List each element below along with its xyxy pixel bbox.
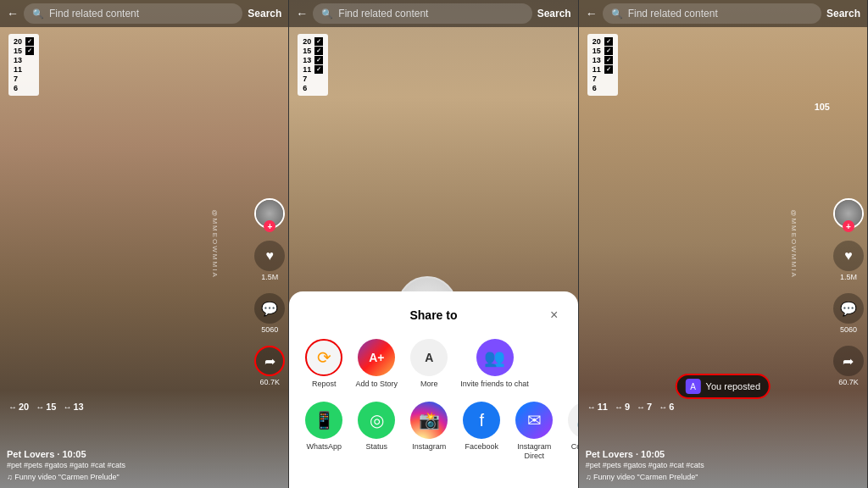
- back-arrow-2[interactable]: ←: [296, 7, 308, 20]
- whatsapp-button[interactable]: 📱 WhatsApp: [303, 402, 345, 461]
- checklist-item: 6: [593, 84, 613, 92]
- like-button-3[interactable]: ♥ 1.5M: [833, 241, 864, 281]
- username-watermark-3: @MMEOWMMIA: [790, 209, 798, 278]
- measure-item: ↔ 7: [637, 402, 652, 412]
- modal-title: Share to: [323, 308, 543, 322]
- music-info-3: ♫ Funny video "Carmen Prelude": [586, 473, 825, 481]
- reposted-badge: A You reposted: [676, 374, 771, 399]
- like-count-1: 1.5M: [261, 273, 278, 281]
- share-row-1: ⟳ Repost A+ Add to Story A More 👥 Invite…: [303, 339, 564, 389]
- checklist-item: 13 ✓: [303, 56, 323, 64]
- panel-1: ← 🔍 Find related content Search 20 ✓ 15 …: [0, 0, 289, 488]
- messenger-icon: ✉: [515, 402, 553, 439]
- checklist-item: 6: [14, 84, 34, 92]
- like-button-1[interactable]: ♥ 1.5M: [254, 241, 285, 281]
- facebook-label: Facebook: [465, 442, 499, 452]
- checklist-item: 7: [593, 75, 613, 83]
- checklist-item: 13: [14, 56, 34, 64]
- more-icon: A: [410, 339, 448, 376]
- search-input-area-3[interactable]: 🔍 Find related content: [603, 3, 821, 24]
- heart-icon-3: ♥: [833, 241, 864, 271]
- search-icon-2: 🔍: [321, 8, 333, 19]
- search-bar-3: ← 🔍 Find related content Search: [579, 0, 867, 27]
- facebook-button[interactable]: f Facebook: [460, 402, 503, 461]
- heart-icon: ♥: [254, 241, 285, 271]
- more-button[interactable]: A More: [408, 339, 450, 389]
- avatar-3[interactable]: +: [833, 198, 864, 229]
- search-input-area-1[interactable]: 🔍 Find related content: [24, 3, 242, 24]
- share-modal: Share to × ⟳ Repost A+ Add to Story A Mo…: [289, 291, 577, 488]
- checklist-item: 7: [303, 75, 323, 83]
- whatsapp-label: WhatsApp: [307, 442, 342, 452]
- invite-icon: 👥: [476, 339, 514, 376]
- number-overlay-105: 105: [815, 102, 830, 112]
- share-row-2: 📱 WhatsApp ◎ Status 📸 Instagram f Facebo…: [303, 402, 564, 461]
- hashtags-1: #pet #pets #gatos #gato #cat #cats: [7, 461, 246, 471]
- user-label-3: Pet Lovers · 10:05: [586, 449, 825, 459]
- back-arrow-1[interactable]: ←: [7, 7, 19, 20]
- search-input-area-2[interactable]: 🔍 Find related content: [313, 3, 531, 24]
- repost-button[interactable]: ⟳ Repost: [303, 339, 345, 389]
- measure-item: ↔ 13: [64, 402, 84, 412]
- whatsapp-icon: 📱: [305, 402, 342, 439]
- search-icon-3: 🔍: [611, 8, 623, 19]
- instagram-button[interactable]: 📸 Instagram: [408, 402, 450, 461]
- share-button-3[interactable]: ➦ 60.7K: [833, 346, 864, 386]
- music-info-1: ♫ Funny video "Carmen Prelude": [7, 473, 246, 481]
- checklist-item: 15 ✓: [593, 47, 613, 55]
- checklist-item: 13 ✓: [593, 56, 613, 64]
- add-to-story-label: Add to Story: [356, 380, 398, 389]
- comment-button-3[interactable]: 💬 5060: [833, 293, 864, 334]
- comment-button-1[interactable]: 💬 5060: [254, 293, 285, 334]
- search-button-3[interactable]: Search: [826, 8, 860, 19]
- search-button-2[interactable]: Search: [537, 8, 571, 19]
- instagram-direct-button[interactable]: ✉ Instagram Direct: [513, 402, 555, 461]
- follow-badge-1: +: [264, 220, 275, 232]
- comment-count-1: 5060: [261, 325, 278, 334]
- like-count-3: 1.5M: [840, 273, 857, 281]
- comment-icon-3: 💬: [833, 293, 864, 324]
- checkbox: ✓: [25, 37, 34, 46]
- measure-item: ↔ 20: [8, 402, 29, 412]
- video-background-3: [579, 0, 867, 488]
- status-icon: ◎: [358, 402, 395, 439]
- invite-friends-button[interactable]: 👥 Invite friends to chat: [460, 339, 529, 389]
- checkbox: ✓: [25, 47, 34, 55]
- more-label: More: [420, 380, 438, 389]
- comment-count-3: 5060: [840, 325, 857, 334]
- repost-icon: ⟳: [305, 339, 342, 376]
- repost-label: Repost: [312, 380, 337, 389]
- share-count-1: 60.7K: [260, 378, 281, 386]
- hashtags-3: #pet #pets #gatos #gato #cat #cats: [586, 461, 825, 471]
- checklist-item: 15 ✓: [14, 47, 34, 55]
- follow-badge-3: +: [843, 220, 854, 232]
- checklist-3: 20 ✓ 15 ✓ 13 ✓ 11 ✓ 7 6: [587, 34, 618, 96]
- share-icon-1: ➦: [254, 346, 285, 376]
- add-to-story-button[interactable]: A+ Add to Story: [355, 339, 398, 389]
- panel-3: ← 🔍 Find related content Search 20 ✓ 15 …: [579, 0, 868, 488]
- measure-item: ↔ 15: [36, 402, 56, 412]
- checklist-1: 20 ✓ 15 ✓ 13 11 7 6: [8, 34, 39, 96]
- share-button-1[interactable]: ➦ 60.7K: [254, 346, 285, 386]
- status-label: Status: [366, 442, 388, 452]
- checklist-item: 11 ✓: [593, 65, 613, 74]
- checklist-item: 20 ✓: [14, 37, 34, 46]
- back-arrow-3[interactable]: ←: [586, 7, 598, 20]
- close-modal-button[interactable]: ×: [544, 305, 565, 325]
- checklist-item: 7: [14, 75, 34, 83]
- search-button-1[interactable]: Search: [248, 8, 281, 19]
- measurements-3: ↔ 11 ↔ 9 ↔ 7 ↔ 6: [587, 402, 675, 412]
- search-placeholder-2: Find related content: [338, 8, 428, 19]
- search-bar-2: ← 🔍 Find related content Search: [289, 0, 577, 27]
- copy-link-button[interactable]: 🔗 Copy link: [565, 402, 578, 461]
- measure-item: ↔ 11: [587, 402, 608, 412]
- instagram-label: Instagram: [412, 442, 446, 452]
- measurements-1: ↔ 20 ↔ 15 ↔ 13: [8, 402, 84, 412]
- checklist-item: 20 ✓: [593, 37, 613, 46]
- whatsapp-status-button[interactable]: ◎ Status: [355, 402, 398, 461]
- avatar-1[interactable]: +: [254, 198, 285, 229]
- share-count-3: 60.7K: [838, 378, 859, 386]
- comment-icon: 💬: [254, 293, 285, 324]
- invite-label: Invite friends to chat: [460, 380, 529, 389]
- checklist-item: 20 ✓: [303, 37, 323, 46]
